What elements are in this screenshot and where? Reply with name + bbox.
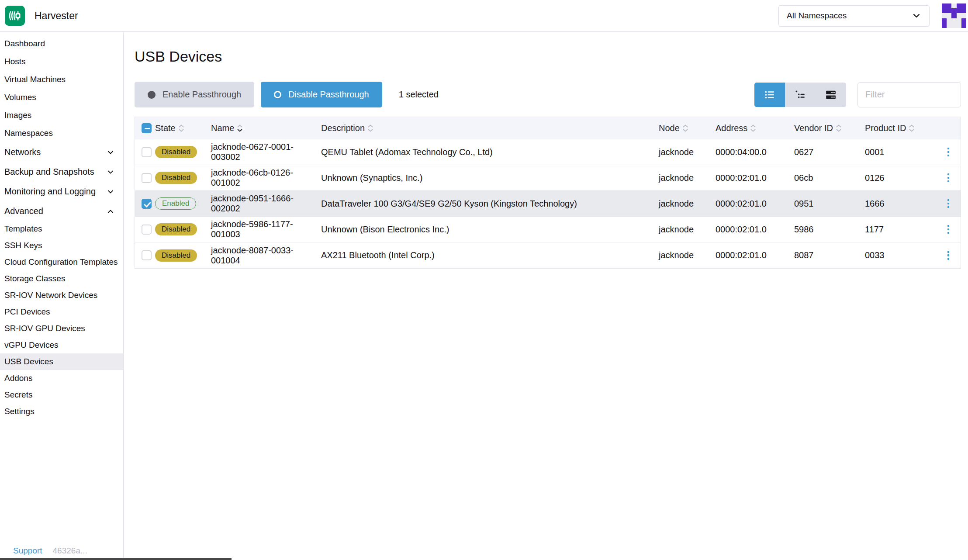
row-checkbox[interactable] xyxy=(142,250,152,260)
select-all-checkbox[interactable] xyxy=(142,123,152,133)
sidebar-item-secrets[interactable]: Secrets xyxy=(0,387,123,403)
device-node: jacknode xyxy=(659,147,716,157)
sort-icon xyxy=(750,124,756,132)
namespace-selected-value: All Namespaces xyxy=(787,11,847,21)
table-row: Disabled jacknode-06cb-0126-001002 Unkno… xyxy=(135,165,961,191)
sidebar-item-virtual-machines[interactable]: Virtual Machines xyxy=(0,71,123,88)
sidebar-item-label: Volumes xyxy=(4,93,36,102)
sidebar-item-ssh-keys[interactable]: SSH Keys xyxy=(0,237,123,254)
header-cell-vendor-id[interactable]: Vendor ID xyxy=(794,123,865,133)
chevron-down-icon xyxy=(107,188,114,196)
sidebar-item-dashboard[interactable]: Dashboard xyxy=(0,35,123,52)
sidebar-item-label: Storage Classes xyxy=(4,274,65,283)
column-label: Product ID xyxy=(865,123,906,133)
device-product-id: 0033 xyxy=(865,250,936,260)
enable-passthrough-label: Enable Passthrough xyxy=(162,90,241,100)
sidebar-group-advanced[interactable]: Advanced xyxy=(0,202,123,221)
main-content: USB Devices Enable Passthrough Disable P… xyxy=(124,32,968,560)
user-avatar[interactable] xyxy=(942,3,966,28)
support-link[interactable]: Support xyxy=(13,546,42,556)
harvester-logo-glyph xyxy=(7,8,22,23)
list-view-button[interactable] xyxy=(754,83,785,107)
sidebar-group-label: Backup and Snapshots xyxy=(4,167,94,177)
enable-passthrough-button[interactable]: Enable Passthrough xyxy=(135,82,254,107)
horizontal-scrollbar-thumb[interactable] xyxy=(0,558,232,560)
header-cell-description[interactable]: Description xyxy=(321,123,659,133)
sort-icon xyxy=(178,124,184,132)
device-vendor-id: 0951 xyxy=(794,199,865,209)
disable-passthrough-button[interactable]: Disable Passthrough xyxy=(261,82,382,107)
header-cell-state[interactable]: State xyxy=(154,123,211,133)
row-checkbox[interactable] xyxy=(142,199,152,209)
sidebar-item-usb-devices[interactable]: USB Devices xyxy=(0,353,123,370)
namespace-selector[interactable]: All Namespaces xyxy=(778,5,930,27)
page-title: USB Devices xyxy=(135,48,968,65)
row-actions-menu-icon[interactable] xyxy=(936,197,961,211)
row-actions-menu-icon[interactable] xyxy=(936,248,961,263)
sidebar-item-sriov-network-devices[interactable]: SR-IOV Network Devices xyxy=(0,287,123,304)
dot-filled-icon xyxy=(148,91,156,99)
device-description: Unknown (Synaptics, Inc.) xyxy=(321,173,659,183)
actions-row: Enable Passthrough Disable Passthrough 1… xyxy=(135,82,961,107)
device-node: jacknode xyxy=(659,225,716,235)
grouped-list-view-icon xyxy=(795,89,806,100)
grouped-list-view-button[interactable] xyxy=(785,83,816,107)
device-description: AX211 Bluetooth (Intel Corp.) xyxy=(321,250,659,260)
device-address: 0000:02:01.0 xyxy=(716,225,794,235)
sidebar-item-hosts[interactable]: Hosts xyxy=(0,53,123,70)
usb-devices-table: State Name Description xyxy=(135,117,961,269)
chevron-down-icon xyxy=(107,168,114,176)
column-label: Address xyxy=(716,123,747,133)
sidebar-item-templates[interactable]: Templates xyxy=(0,221,123,237)
table-header-row: State Name Description xyxy=(135,117,961,139)
sidebar-item-cloud-configuration-templates[interactable]: Cloud Configuration Templates xyxy=(0,254,123,270)
sidebar-group-monitoring-and-logging[interactable]: Monitoring and Logging xyxy=(0,182,123,201)
sidebar-group-backup-and-snapshots[interactable]: Backup and Snapshots xyxy=(0,162,123,181)
sidebar-item-pci-devices[interactable]: PCI Devices xyxy=(0,304,123,320)
device-name: jacknode-0627-0001-003002 xyxy=(211,142,321,162)
row-actions-menu-icon[interactable] xyxy=(936,145,961,159)
row-checkbox[interactable] xyxy=(142,147,152,157)
device-node: jacknode xyxy=(659,199,716,209)
sidebar-item-label: Addons xyxy=(4,373,32,383)
top-bar: Harvester All Namespaces xyxy=(0,0,968,32)
row-actions-menu-icon[interactable] xyxy=(936,222,961,237)
selected-count: 1 selected xyxy=(399,90,439,100)
device-address: 0000:02:01.0 xyxy=(716,199,794,209)
sidebar-item-addons[interactable]: Addons xyxy=(0,370,123,387)
header-cell-node[interactable]: Node xyxy=(659,123,716,133)
sidebar-item-label: SR-IOV GPU Devices xyxy=(4,324,85,333)
sidebar-item-label: Virtual Machines xyxy=(4,75,66,84)
card-view-button[interactable] xyxy=(816,83,846,107)
device-product-id: 0126 xyxy=(865,173,936,183)
sidebar-item-images[interactable]: Images xyxy=(0,107,123,124)
header-cell-name[interactable]: Name xyxy=(211,123,321,133)
row-checkbox[interactable] xyxy=(142,173,152,183)
card-view-icon xyxy=(825,89,837,100)
header-cell-checkbox xyxy=(135,123,154,133)
sidebar-item-volumes[interactable]: Volumes xyxy=(0,89,123,106)
sidebar-item-label: PCI Devices xyxy=(4,307,50,317)
header-cell-product-id[interactable]: Product ID xyxy=(865,123,936,133)
sidebar-item-sriov-gpu-devices[interactable]: SR-IOV GPU Devices xyxy=(0,320,123,337)
sort-icon xyxy=(367,124,373,132)
sidebar-group-networks[interactable]: Networks xyxy=(0,143,123,162)
sidebar-item-label: Cloud Configuration Templates xyxy=(4,257,118,267)
row-actions-menu-icon[interactable] xyxy=(936,171,961,185)
sidebar-item-vgpu-devices[interactable]: vGPU Devices xyxy=(0,337,123,353)
sidebar-item-storage-classes[interactable]: Storage Classes xyxy=(0,270,123,287)
sidebar-item-namespaces[interactable]: Namespaces xyxy=(0,124,123,142)
device-product-id: 1666 xyxy=(865,199,936,209)
sidebar-item-label: Dashboard xyxy=(4,39,45,48)
filter-input[interactable] xyxy=(857,82,961,107)
harvester-logo-icon[interactable] xyxy=(5,6,25,26)
row-checkbox[interactable] xyxy=(142,225,152,235)
list-view-icon xyxy=(764,89,775,100)
device-product-id: 1177 xyxy=(865,225,936,235)
sidebar-group-label: Monitoring and Logging xyxy=(4,187,96,197)
header-cell-address[interactable]: Address xyxy=(716,123,794,133)
status-badge: Enabled xyxy=(155,197,196,210)
status-badge: Disabled xyxy=(155,249,197,262)
sidebar-item-settings[interactable]: Settings xyxy=(0,403,123,420)
status-badge: Disabled xyxy=(155,146,197,158)
